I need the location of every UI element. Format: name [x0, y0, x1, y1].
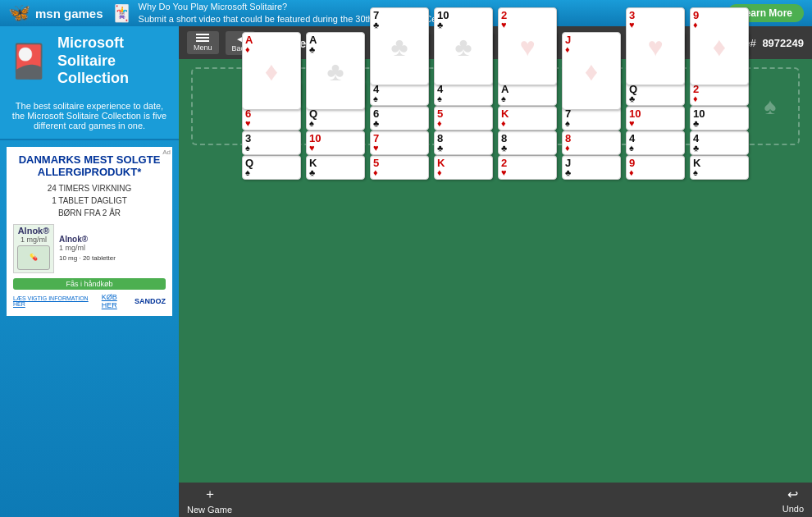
ad-product-row: Alnok® 1 mg/ml 💊 Alnok® 1 mg/ml 10 mg · …	[13, 224, 166, 273]
ad-product-image: Alnok® 1 mg/ml 💊	[13, 224, 54, 273]
table-row[interactable]: 8♦	[562, 130, 621, 155]
table-row[interactable]: K♠	[690, 155, 749, 180]
table-row[interactable]: 7♥	[370, 130, 429, 155]
msn-logo: 🦋 msn games	[8, 2, 103, 24]
undo-button[interactable]: ↩ Undo	[782, 487, 804, 514]
table-row[interactable]: 7♣♣	[370, 7, 429, 85]
table-row[interactable]: Q♠	[242, 155, 301, 180]
cards-graphic: 🎴	[8, 42, 49, 80]
ad-body: 24 TIMERS VIRKNING 1 TABLET DAGLIGT BØRN…	[13, 182, 166, 219]
table-row[interactable]: 8♣	[498, 130, 557, 155]
main-layout: 🎴 MicrosoftSolitaireCollection The best …	[0, 26, 812, 517]
table-row[interactable]: A♦♦	[242, 32, 301, 110]
ad-product-details: Alnok® 1 mg/ml 10 mg · 20 tabletter	[59, 235, 166, 262]
table-row[interactable]: K♦	[434, 155, 493, 180]
sidebar: 🎴 MicrosoftSolitaireCollection The best …	[0, 26, 179, 517]
foundation-spades[interactable]: ♠	[741, 67, 800, 145]
menu-label: Menu	[194, 43, 212, 52]
ad-bottom-links: LÆS VIGTIG INFORMATION HER KØB HER SANDO…	[13, 293, 166, 309]
table-row[interactable]: 3♥♥	[626, 7, 685, 85]
msn-logo-text: msn games	[35, 7, 103, 21]
table-row[interactable]: K♣	[306, 155, 365, 180]
new-game-button[interactable]: ＋ New Game	[187, 486, 232, 515]
table-row[interactable]: 2♥	[498, 155, 557, 180]
card-table: ♥ ♣ ♦ ♠ Q♠ 3♠ 6♥ A♠ 5♠ A♦♦	[179, 59, 812, 483]
table-row[interactable]: 10♥	[626, 106, 685, 130]
table-row[interactable]: 10♣	[690, 106, 749, 130]
table-row[interactable]: 10♥	[306, 130, 365, 155]
new-game-label: New Game	[187, 505, 232, 515]
undo-label: Undo	[782, 504, 804, 514]
table-row[interactable]: 5♦	[434, 106, 493, 130]
sidebar-description: The best solitaire experience to date, t…	[0, 96, 179, 140]
undo-icon: ↩	[787, 487, 798, 502]
ad-button[interactable]: Fås i håndkøb	[13, 278, 166, 290]
table-row[interactable]: 10♣♣	[434, 7, 493, 85]
sidebar-ad: Ad DANMARKS MEST SOLGTE ALLERGIPRODUKT* …	[7, 147, 172, 316]
table-row[interactable]: 9♦	[626, 155, 685, 180]
table-row[interactable]: 4♣	[690, 130, 749, 155]
table-row[interactable]: 6♣	[370, 106, 429, 130]
ad-link1[interactable]: LÆS VIGTIG INFORMATION HER	[13, 295, 102, 307]
butterfly-icon: 🦋	[8, 2, 30, 24]
sidebar-top: 🎴 MicrosoftSolitaireCollection	[0, 26, 179, 96]
menu-button[interactable]: Menu	[187, 31, 219, 54]
table-row[interactable]: J♣	[562, 155, 621, 180]
sidebar-title: MicrosoftSolitaireCollection	[57, 34, 129, 88]
ad-headline: DANMARKS MEST SOLGTE ALLERGIPRODUKT*	[13, 153, 166, 179]
table-row[interactable]: 5♦	[370, 155, 429, 180]
table-row[interactable]: J♦♦	[562, 32, 621, 110]
plus-icon: ＋	[203, 486, 217, 503]
table-row[interactable]: 3♠	[242, 130, 301, 155]
banner-card-icon: 🃏	[112, 3, 132, 23]
table-row[interactable]: 8♣	[434, 130, 493, 155]
game-area: Menu ◀ Back FreeCell ♛ Time 0:00 Game# 8…	[179, 26, 812, 517]
bottom-toolbar: ＋ New Game ↩ Undo	[179, 483, 812, 517]
table-row[interactable]: A♣♣	[306, 32, 365, 110]
ad-label: Ad	[162, 149, 171, 156]
table-row[interactable]: 2♥♥	[498, 7, 557, 85]
table-row[interactable]: 9♦♦	[690, 7, 749, 85]
table-row[interactable]: 4♠	[626, 130, 685, 155]
sandoz-logo: SANDOZ	[135, 297, 166, 305]
table-row[interactable]: K♦	[498, 106, 557, 130]
ad-link2[interactable]: KØB HER	[102, 293, 135, 309]
